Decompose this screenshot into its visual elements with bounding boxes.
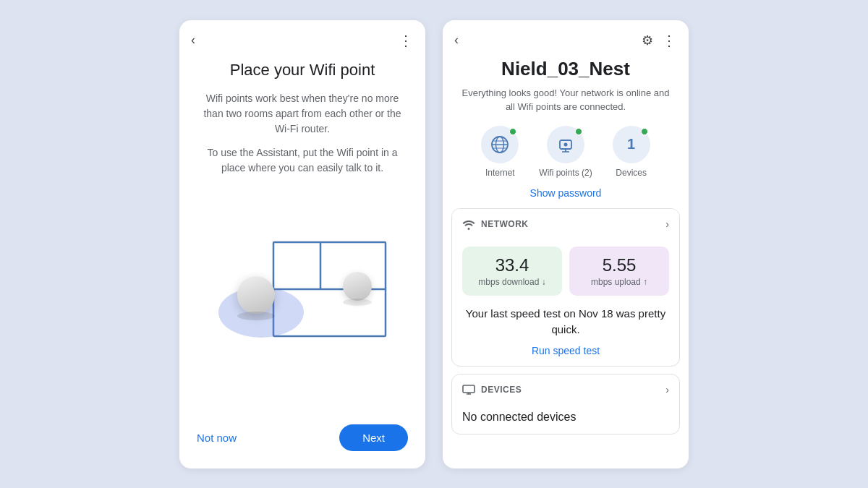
left-content: Place your Wifi point Wifi points work b… [179, 55, 425, 413]
wifi-points-icon-circle [547, 126, 584, 163]
devices-count: 1 [627, 136, 635, 153]
left-phone-card: ‹ ⋮ Place your Wifi point Wifi points wo… [179, 20, 425, 468]
more-options-icon[interactable]: ⋮ [399, 32, 414, 49]
devices-status-item: 1 Devices [613, 126, 650, 178]
network-name-title: Nield_03_Nest [443, 58, 689, 80]
devices-section-header[interactable]: DEVICES › [452, 374, 679, 405]
internet-status-dot [509, 128, 516, 135]
left-bottom-bar: Not now Next [179, 413, 425, 468]
upload-speed-value: 5.55 [603, 255, 637, 275]
wifi-signal-icon [462, 218, 475, 231]
upload-speed-label: mbps upload ↑ [591, 277, 647, 287]
wifi-points-status-dot [575, 128, 582, 135]
right-phone-card: ‹ ⚙ ⋮ Nield_03_Nest Everything looks goo… [443, 20, 689, 468]
main-wifi-device [237, 276, 275, 320]
internet-status-item: Internet [481, 126, 519, 178]
left-top-bar: ‹ ⋮ [179, 20, 425, 55]
back-arrow-icon[interactable]: ‹ [191, 33, 195, 48]
svg-point-12 [563, 142, 567, 146]
download-speed-value: 33.4 [495, 255, 529, 275]
left-description2: To use the Assistant, put the Wifi point… [200, 145, 405, 176]
download-speed-label: mbps download ↓ [478, 277, 545, 287]
wifi-points-label: Wifi points (2) [539, 168, 592, 178]
devices-label: Devices [616, 168, 647, 178]
devices-section-label: DEVICES [481, 385, 522, 395]
right-top-icons: ⚙ ⋮ [642, 32, 677, 49]
devices-status-dot [641, 128, 648, 135]
devices-chevron-icon: › [665, 384, 669, 395]
left-title: Place your Wifi point [230, 61, 375, 80]
settings-gear-icon[interactable]: ⚙ [642, 33, 653, 48]
network-chevron-icon: › [665, 218, 669, 230]
right-top-bar: ‹ ⚙ ⋮ [443, 20, 689, 55]
main-container: ‹ ⋮ Place your Wifi point Wifi points wo… [162, 3, 706, 486]
network-header-left: NETWORK [462, 218, 529, 231]
status-icons-row: Internet Wifi points (2) [443, 126, 689, 178]
network-status-subtitle: Everything looks good! Your network is o… [443, 86, 689, 114]
devices-list-icon [462, 383, 475, 396]
wifi-router-icon [556, 135, 575, 154]
svg-rect-13 [463, 385, 475, 393]
network-section-header[interactable]: NETWORK › [452, 209, 679, 239]
run-speed-test-link[interactable]: Run speed test [532, 345, 600, 356]
internet-globe-icon [490, 135, 509, 154]
internet-icon-circle [481, 126, 519, 163]
internet-label: Internet [485, 168, 515, 178]
network-section-card: NETWORK › 33.4 mbps download ↓ 5.55 mbps… [451, 208, 680, 367]
secondary-wifi-device [343, 272, 372, 306]
upload-speed-box: 5.55 mbps upload ↑ [569, 247, 669, 296]
not-now-button[interactable]: Not now [197, 432, 237, 444]
wifi-illustration [208, 199, 396, 358]
devices-header-left: DEVICES [462, 383, 522, 396]
download-speed-box: 33.4 mbps download ↓ [462, 247, 562, 296]
next-button[interactable]: Next [339, 424, 408, 451]
network-section-label: NETWORK [481, 219, 529, 229]
left-description1: Wifi points work best when they're no mo… [200, 91, 405, 137]
speed-test-message: Your last speed test on Nov 18 was prett… [452, 303, 679, 344]
show-password-container: Show password [443, 187, 689, 200]
right-more-options-icon[interactable]: ⋮ [662, 32, 677, 49]
right-back-arrow-icon[interactable]: ‹ [454, 33, 459, 48]
no-connected-devices-text: No connected devices [452, 405, 679, 434]
speed-boxes-row: 33.4 mbps download ↓ 5.55 mbps upload ↑ [452, 239, 679, 303]
devices-section-card: DEVICES › No connected devices [451, 374, 680, 435]
right-content: Nield_03_Nest Everything looks good! You… [443, 55, 689, 468]
run-speed-test-container: Run speed test [452, 344, 679, 366]
show-password-link[interactable]: Show password [530, 187, 602, 199]
devices-icon-circle: 1 [613, 126, 650, 163]
wifi-points-status-item: Wifi points (2) [539, 126, 592, 178]
